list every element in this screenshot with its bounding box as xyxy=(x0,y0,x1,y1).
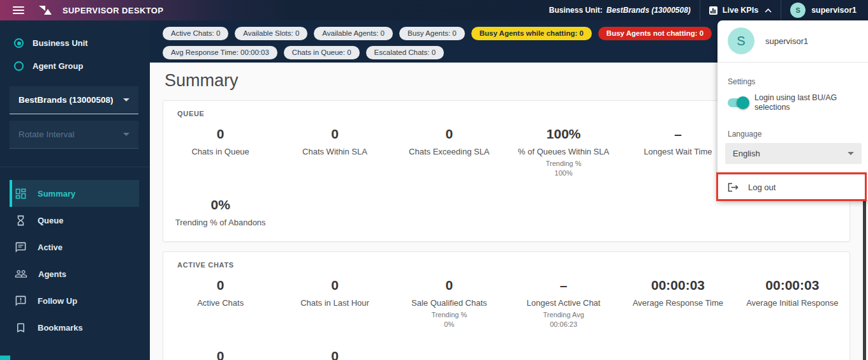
rotate-interval-placeholder: Rotate Interval xyxy=(18,130,75,139)
divider xyxy=(700,0,700,20)
radio-business-unit[interactable]: Business Unit xyxy=(0,33,150,53)
radio-selected-icon xyxy=(14,38,24,48)
stat-sub-label: Trending % xyxy=(392,311,506,319)
sidebar: Business Unit Agent Group BestBrands (13… xyxy=(0,20,150,360)
radio-unselected-icon xyxy=(14,61,24,71)
stat-queues-within-sla: 100% % of Queues Within SLA Trending % 1… xyxy=(506,126,621,177)
people-icon xyxy=(15,267,27,280)
sidebar-item-label: Summary xyxy=(38,189,75,199)
language-select-value: English xyxy=(733,149,760,158)
chevron-down-icon xyxy=(123,98,129,101)
kpi-chip-danger: Busy Agents not chatting: 0 xyxy=(598,27,712,40)
stat-value: – xyxy=(506,278,621,293)
user-panel-header: S supervisor1 xyxy=(717,20,868,63)
stat-sub-label: Trending Avg xyxy=(506,311,621,319)
language-select[interactable]: English xyxy=(725,143,862,164)
sidebar-item-label: Active xyxy=(38,243,63,252)
stat-sub-value: 0% xyxy=(392,320,506,328)
stat-value: 0 xyxy=(163,349,277,360)
logout-icon xyxy=(728,183,739,192)
stat-active-chats: 0 Active Chats xyxy=(163,278,277,328)
stat-value: 0 xyxy=(392,126,506,142)
user-name: supervisor1 xyxy=(765,36,808,46)
stat-label: Trending % of Abandons xyxy=(163,218,277,227)
stat-label: Chats Exceeding SLA xyxy=(392,147,506,156)
kpi-chip: Escalated Chats: 0 xyxy=(366,46,445,59)
app-title: SUPERVISOR DESKTOP xyxy=(63,6,163,15)
live-kpis-button[interactable]: Live KPIs xyxy=(709,6,772,15)
stat-label: Chats in Queue xyxy=(163,147,277,156)
sidebar-item-agents[interactable]: Agents xyxy=(10,260,139,287)
stat-partial: 0 xyxy=(163,349,277,360)
kpi-chip: Busy Agents: 0 xyxy=(399,27,465,40)
chat-icon xyxy=(15,241,27,253)
stat-value: 0 xyxy=(277,278,392,293)
stat-label: Chats in Last Hour xyxy=(277,298,392,308)
sidebar-accent-strip xyxy=(0,356,10,360)
toggle-label: Login using last BU/AG selections xyxy=(754,93,859,112)
stat-label: Active Chats xyxy=(163,298,277,308)
user-name[interactable]: supervisor1 xyxy=(811,6,857,15)
avatar[interactable]: S xyxy=(790,3,805,18)
stat-value: 00:00:03 xyxy=(735,278,850,293)
business-unit-select-value: BestBrands (13000508) xyxy=(18,95,114,105)
logout-button[interactable]: Log out xyxy=(717,174,868,200)
user-menu-panel: S supervisor1 Settings Login using last … xyxy=(717,20,868,200)
stat-chats-exceeding-sla: 0 Chats Exceeding SLA xyxy=(392,126,506,177)
kpi-chip: Available Slots: 0 xyxy=(235,27,307,40)
rotate-interval-select[interactable]: Rotate Interval xyxy=(10,121,138,149)
stat-label: Average Response Time xyxy=(621,298,735,308)
sidebar-item-queue[interactable]: Queue xyxy=(10,207,139,234)
settings-label: Settings xyxy=(728,77,858,86)
sidebar-item-follow-up[interactable]: Follow Up xyxy=(10,287,139,314)
stat-avg-response-time: 00:00:03 Average Response Time xyxy=(621,278,735,328)
vertical-scrollbar[interactable] xyxy=(863,200,866,360)
stat-avg-initial-response: 00:00:03 Average Initial Response xyxy=(735,278,850,328)
login-selection-toggle[interactable]: Login using last BU/AG selections xyxy=(717,93,868,112)
stat-label: Longest Active Chat xyxy=(506,298,621,308)
kpi-chip-warning: Busy Agents while chatting: 0 xyxy=(471,27,592,40)
stat-value: 0 xyxy=(277,126,392,142)
stat-value: 00:00:03 xyxy=(621,278,735,293)
sidebar-item-bookmarks[interactable]: Bookmarks xyxy=(10,314,139,341)
stat-value: 0 xyxy=(163,278,277,293)
kpi-chip: Chats in Queue: 0 xyxy=(284,46,360,59)
radio-label: Business Unit xyxy=(33,38,88,48)
sidebar-menu: Summary Queue Active Agents Follow Up Bo… xyxy=(0,180,150,341)
stat-longest-active-chat: – Longest Active Chat Trending Avg 00:06… xyxy=(506,278,621,328)
stat-chats-last-hour: 0 Chats in Last Hour xyxy=(277,278,392,328)
stat-sub-value: 00:06:23 xyxy=(506,320,621,328)
sidebar-item-summary[interactable]: Summary xyxy=(10,180,139,207)
toggle-on-icon[interactable] xyxy=(728,98,748,107)
stat-value: 0 xyxy=(163,126,277,142)
menu-icon[interactable] xyxy=(13,6,24,14)
kpi-chip: Available Agents: 0 xyxy=(314,27,393,40)
stat-value: 0 xyxy=(392,278,506,293)
radio-agent-group[interactable]: Agent Group xyxy=(0,56,150,76)
sidebar-item-label: Follow Up xyxy=(38,296,77,306)
stat-value: 0% xyxy=(163,197,277,213)
top-bar: SUPERVISOR DESKTOP Business Unit: BestBr… xyxy=(0,0,868,20)
stat-sale-qualified: 0 Sale Qualified Chats Trending % 0% xyxy=(392,278,506,328)
active-chats-card: ACTIVE CHATS 0 Active Chats 0 Chats in L… xyxy=(163,251,850,360)
language-label: Language xyxy=(728,130,858,139)
divider xyxy=(781,0,781,20)
stat-label: % of Queues Within SLA xyxy=(506,147,621,156)
stat-label: Chats Within SLA xyxy=(277,147,392,156)
chevron-down-icon xyxy=(123,133,129,136)
business-unit-select[interactable]: BestBrands (13000508) xyxy=(10,86,138,114)
radio-label: Agent Group xyxy=(33,61,83,71)
live-kpis-label: Live KPIs xyxy=(723,6,758,15)
app-logo-icon xyxy=(38,5,52,15)
stat-value: 100% xyxy=(506,126,621,142)
divider xyxy=(0,167,150,167)
chevron-up-icon xyxy=(765,8,772,13)
logout-label: Log out xyxy=(748,183,776,192)
chevron-down-icon xyxy=(848,152,854,155)
sidebar-item-active[interactable]: Active xyxy=(10,234,139,260)
kpi-chip: Avg Response Time: 00:00:03 xyxy=(163,46,277,59)
kpi-chip: Active Chats: 0 xyxy=(163,27,228,40)
avatar: S xyxy=(728,27,754,54)
business-unit-value: BestBrands (13000508) xyxy=(607,6,691,15)
sidebar-item-label: Bookmarks xyxy=(38,323,83,333)
